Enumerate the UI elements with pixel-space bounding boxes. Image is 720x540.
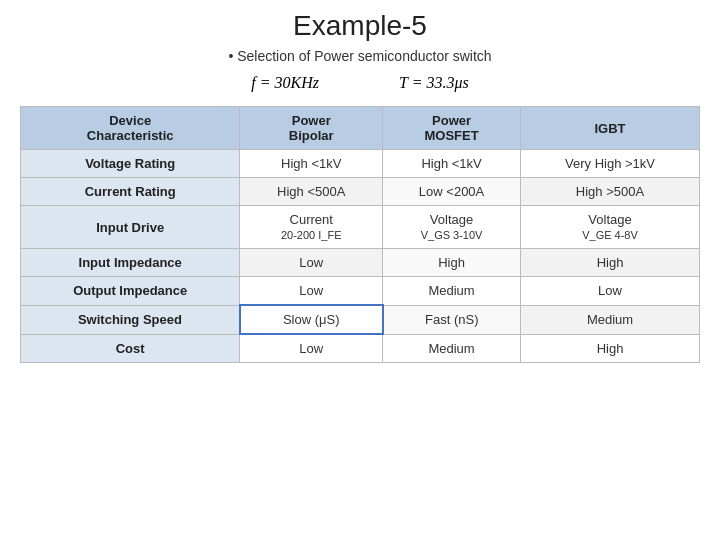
cell-mosfet: Medium bbox=[383, 334, 521, 363]
cell-mosfet: VoltageV_GS 3-10V bbox=[383, 206, 521, 249]
table-header-row: DeviceCharacteristic PowerBipolar PowerM… bbox=[21, 107, 700, 150]
col-header-igbt: IGBT bbox=[521, 107, 700, 150]
table-row: Output ImpedanceLowMediumLow bbox=[21, 277, 700, 306]
cell-mosfet: High bbox=[383, 249, 521, 277]
cell-mosfet: Fast (nS) bbox=[383, 305, 521, 334]
cell-bipolar: High <500A bbox=[240, 178, 383, 206]
cell-igbt: High >500A bbox=[521, 178, 700, 206]
col-header-mosfet: PowerMOSFET bbox=[383, 107, 521, 150]
table-row: CostLowMediumHigh bbox=[21, 334, 700, 363]
cell-igbt: Very High >1kV bbox=[521, 150, 700, 178]
cell-characteristic: Output Impedance bbox=[21, 277, 240, 306]
cell-characteristic: Input Impedance bbox=[21, 249, 240, 277]
cell-igbt: Medium bbox=[521, 305, 700, 334]
cell-mosfet: Low <200A bbox=[383, 178, 521, 206]
col-header-bipolar: PowerBipolar bbox=[240, 107, 383, 150]
comparison-table: DeviceCharacteristic PowerBipolar PowerM… bbox=[20, 106, 700, 363]
cell-bipolar: Current20-200 I_FE bbox=[240, 206, 383, 249]
cell-mosfet: High <1kV bbox=[383, 150, 521, 178]
cell-igbt: VoltageV_GE 4-8V bbox=[521, 206, 700, 249]
cell-bipolar: Low bbox=[240, 249, 383, 277]
cell-characteristic: Current Rating bbox=[21, 178, 240, 206]
table-row: Current RatingHigh <500ALow <200AHigh >5… bbox=[21, 178, 700, 206]
table-row: Switching SpeedSlow (μS)Fast (nS)Medium bbox=[21, 305, 700, 334]
table-row: Voltage RatingHigh <1kVHigh <1kVVery Hig… bbox=[21, 150, 700, 178]
subtitle: • Selection of Power semiconductor switc… bbox=[228, 48, 491, 64]
cell-characteristic: Input Drive bbox=[21, 206, 240, 249]
cell-bipolar: Low bbox=[240, 334, 383, 363]
cell-igbt: High bbox=[521, 249, 700, 277]
formula-period: T = 33.3μs bbox=[399, 74, 469, 92]
col-header-characteristic: DeviceCharacteristic bbox=[21, 107, 240, 150]
cell-characteristic: Voltage Rating bbox=[21, 150, 240, 178]
cell-bipolar: High <1kV bbox=[240, 150, 383, 178]
cell-characteristic: Cost bbox=[21, 334, 240, 363]
cell-bipolar: Slow (μS) bbox=[240, 305, 383, 334]
formula-frequency: f = 30KHz bbox=[251, 74, 319, 92]
cell-igbt: High bbox=[521, 334, 700, 363]
page-title: Example-5 bbox=[293, 10, 427, 42]
cell-igbt: Low bbox=[521, 277, 700, 306]
cell-mosfet: Medium bbox=[383, 277, 521, 306]
table-row: Input DriveCurrent20-200 I_FEVoltageV_GS… bbox=[21, 206, 700, 249]
cell-characteristic: Switching Speed bbox=[21, 305, 240, 334]
formulas: f = 30KHz T = 33.3μs bbox=[251, 74, 468, 92]
table-row: Input ImpedanceLowHighHigh bbox=[21, 249, 700, 277]
cell-bipolar: Low bbox=[240, 277, 383, 306]
